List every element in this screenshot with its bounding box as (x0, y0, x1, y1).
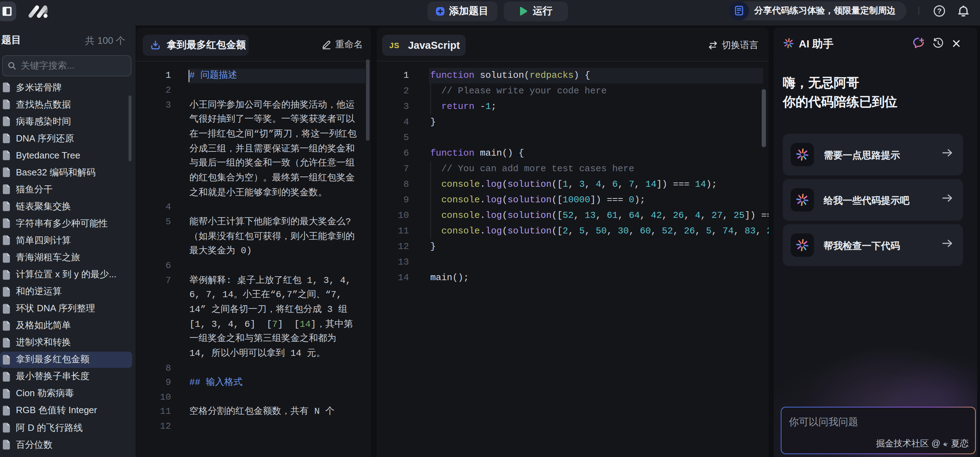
svg-text:?: ? (937, 6, 942, 14)
